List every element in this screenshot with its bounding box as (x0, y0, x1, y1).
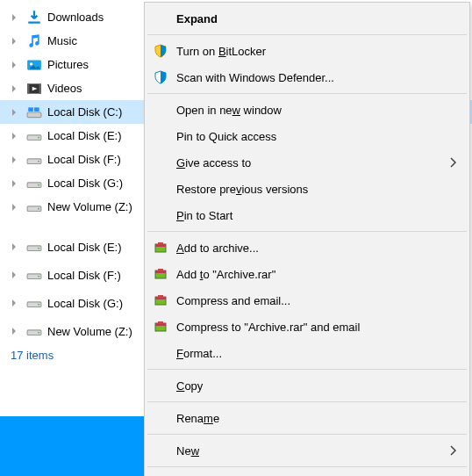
windisk-icon (26, 105, 42, 120)
menu-item[interactable]: Pin to Start (147, 202, 468, 228)
svg-rect-4 (27, 83, 29, 93)
menu-item[interactable]: Copy (147, 372, 468, 399)
menu-icon-empty (154, 378, 176, 393)
menu-item-label: New (176, 444, 447, 458)
chevron-right-icon[interactable] (7, 296, 21, 310)
menu-item[interactable]: Scan with Windows Defender... (147, 64, 468, 90)
menu-item[interactable]: Add to "Archive.rar" (147, 261, 468, 287)
menu-item[interactable]: Restore previous versions (147, 176, 468, 202)
svg-point-20 (38, 276, 39, 278)
shield-blue-icon (154, 69, 176, 85)
chevron-right-icon[interactable] (7, 200, 21, 214)
menu-item[interactable]: Give access to (147, 149, 468, 176)
tree-item-label: Local Disk (E:) (47, 129, 122, 142)
menu-item[interactable]: Compress and email... (147, 287, 468, 314)
menu-item-label: Restore previous versions (176, 183, 447, 196)
chevron-right-icon[interactable] (7, 240, 21, 254)
menu-item-label: Add to "Archive.rar" (176, 268, 447, 281)
menu-item[interactable]: Pin to Quick access (147, 123, 468, 149)
tree-item-label: Local Disk (F:) (47, 153, 121, 166)
menu-separator (147, 231, 467, 232)
chevron-right-icon[interactable] (7, 34, 21, 48)
tree-item-label: Local Disk (F:) (47, 269, 121, 282)
winrar-icon (154, 266, 176, 282)
menu-icon-empty (154, 11, 176, 26)
tree-item-label: New Volume (Z:) (47, 200, 132, 213)
chevron-right-icon[interactable] (7, 324, 21, 338)
chevron-right-icon[interactable] (7, 177, 21, 191)
tree-item-label: Local Disk (C:) (47, 105, 122, 119)
tree-item-label: Downloads (47, 11, 104, 24)
menu-item[interactable]: Compress to "Archive.rar" and email (147, 314, 468, 340)
svg-point-22 (38, 304, 39, 306)
chevron-right-icon[interactable] (7, 268, 21, 282)
winrar-icon (154, 292, 176, 308)
svg-point-14 (38, 184, 39, 185)
svg-point-2 (30, 62, 32, 65)
winrar-icon (154, 240, 176, 256)
menu-item-label: Compress and email... (176, 294, 447, 307)
menu-item[interactable]: Format... (147, 340, 468, 366)
chevron-right-icon[interactable] (7, 129, 21, 143)
svg-point-18 (38, 248, 39, 249)
disk-icon (26, 239, 42, 255)
svg-point-12 (38, 160, 39, 162)
chevron-right-icon[interactable] (7, 11, 21, 25)
tree-item-label: Videos (47, 82, 82, 95)
disk-icon (26, 267, 42, 283)
menu-icon-empty (154, 207, 176, 223)
menu-item-label: Expand (176, 12, 447, 25)
disk-icon (26, 128, 42, 144)
menu-item-label: Format... (176, 347, 447, 360)
svg-rect-27 (158, 242, 163, 245)
menu-separator (147, 93, 467, 94)
menu-item-label: Copy (176, 379, 447, 393)
tree-item-label: Pictures (47, 58, 89, 71)
menu-item-label: Scan with Windows Defender... (176, 71, 447, 84)
disk-icon (26, 199, 42, 215)
tree-item-label: Local Disk (G:) (47, 177, 123, 190)
videos-icon (26, 81, 42, 97)
menu-separator (147, 401, 467, 402)
menu-item[interactable]: Turn on BitLocker (147, 38, 468, 64)
menu-item-label: Pin to Start (176, 209, 447, 222)
svg-rect-5 (39, 83, 41, 93)
menu-separator (147, 434, 467, 435)
menu-item-label: Give access to (176, 156, 447, 169)
music-icon (26, 33, 42, 49)
tree-item-label: Music (47, 34, 77, 47)
submenu-arrow-icon (447, 157, 461, 168)
tree-item-label: New Volume (Z:) (47, 325, 132, 338)
chevron-right-icon[interactable] (7, 105, 21, 119)
disk-icon (26, 295, 42, 311)
chevron-right-icon[interactable] (7, 153, 21, 167)
disk-icon (26, 323, 42, 339)
menu-icon-empty (154, 155, 176, 170)
menu-icon-empty (154, 102, 176, 118)
chevron-right-icon[interactable] (7, 82, 21, 96)
svg-rect-8 (34, 107, 39, 112)
menu-item-label: Add to archive... (176, 242, 447, 255)
shield-yellow-icon (154, 43, 176, 59)
menu-icon-empty (154, 443, 176, 458)
menu-separator (147, 466, 467, 467)
disk-icon (26, 152, 42, 168)
menu-item[interactable]: Add to archive... (147, 234, 468, 261)
menu-item[interactable]: Rename (147, 405, 468, 431)
download-icon (26, 10, 42, 25)
menu-item[interactable]: New (147, 437, 468, 464)
menu-item-label: Turn on BitLocker (176, 45, 447, 58)
menu-icon-empty (154, 181, 176, 197)
menu-item-label: Compress to "Archive.rar" and email (176, 321, 447, 334)
menu-item[interactable]: Expand (147, 5, 468, 32)
svg-rect-6 (27, 112, 41, 118)
menu-item[interactable]: Open in new window (147, 97, 468, 123)
chevron-right-icon[interactable] (7, 58, 21, 72)
menu-item-label: Open in new window (176, 104, 447, 117)
menu-item-label: Rename (176, 412, 447, 425)
menu-separator (147, 34, 467, 35)
submenu-arrow-icon (447, 445, 461, 456)
menu-item[interactable]: Properties (147, 470, 468, 476)
tree-item-label: Local Disk (G:) (47, 297, 123, 310)
winrar-icon (154, 319, 176, 335)
